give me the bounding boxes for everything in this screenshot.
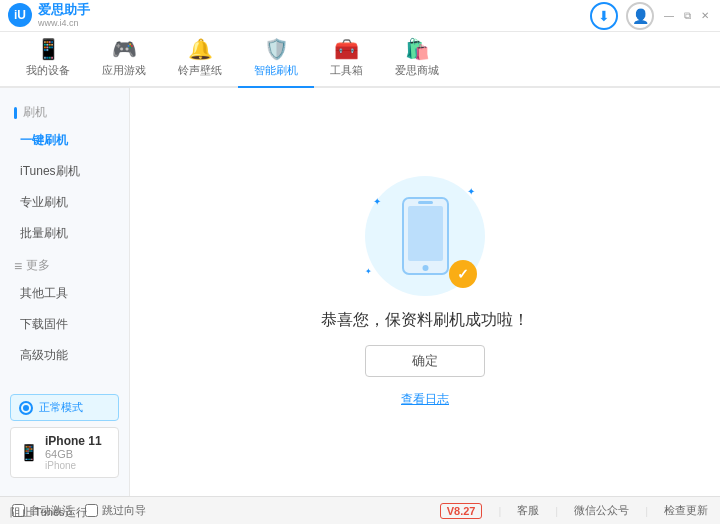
sidebar-item-one-click-flash[interactable]: 一键刷机 [0,125,129,156]
user-button[interactable]: 👤 [626,2,654,30]
sparkle-2: ✦ [373,196,381,207]
nav-item-ishop[interactable]: 🛍️ 爱思商城 [379,31,455,88]
smart-flash-icon: 🛡️ [264,37,289,61]
confirm-button[interactable]: 确定 [365,345,485,377]
maximize-button[interactable]: ⧉ [680,9,694,23]
app-name: 爱思助手 [38,2,90,18]
status-left: 自动激活 跳过向导 阻止iTunes运行 [12,503,146,518]
smart-flash-label: 智能刷机 [254,63,298,78]
stop-itunes-label: 阻止iTunes运行 [10,505,87,520]
ringtones-label: 铃声壁纸 [178,63,222,78]
nav-item-smart-flash[interactable]: 🛡️ 智能刷机 [238,31,314,88]
app-logo-icon: iU [8,3,32,27]
version-badge: V8.27 [440,503,483,519]
content-area: ✓ ✦ ✦ ✦ 恭喜您，保资料刷机成功啦！ 确定 查看日志 [130,88,720,496]
toolbox-icon: 🧰 [334,37,359,61]
ishop-icon: 🛍️ [405,37,430,61]
device-mode-label: 正常模式 [39,400,83,415]
nav-bar: 📱 我的设备 🎮 应用游戏 🔔 铃声壁纸 🛡️ 智能刷机 🧰 工具箱 🛍️ 爱思… [0,32,720,88]
status-right: V8.27 | 客服 | 微信公众号 | 检查更新 [440,503,708,519]
success-graphic: ✓ ✦ ✦ ✦ [365,176,485,296]
customer-service-link[interactable]: 客服 [517,503,539,518]
sparkle-1: ✦ [467,186,475,197]
status-bar: 自动激活 跳过向导 阻止iTunes运行 V8.27 | 客服 | 微信公众号 … [0,496,720,524]
nav-item-apps-games[interactable]: 🎮 应用游戏 [86,31,162,88]
window-controls: — ⧉ ✕ [662,9,712,23]
sidebar: 刷机 一键刷机 iTunes刷机 专业刷机 批量刷机 更多 其他工具 下载固件 … [0,88,130,496]
bypass-guide-input[interactable] [85,504,98,517]
toolbox-label: 工具箱 [330,63,363,78]
download-button[interactable]: ⬇ [590,2,618,30]
sidebar-item-itunes-flash[interactable]: iTunes刷机 [0,156,129,187]
device-storage: 64GB [45,448,102,460]
nav-item-ringtones[interactable]: 🔔 铃声壁纸 [162,31,238,88]
device-phone-icon: 📱 [19,443,39,462]
sidebar-item-pro-flash[interactable]: 专业刷机 [0,187,129,218]
bypass-guide-checkbox[interactable]: 跳过向导 [85,503,146,518]
apps-games-icon: 🎮 [112,37,137,61]
success-check-icon: ✓ [449,260,477,288]
stop-itunes: 阻止iTunes运行 [10,505,87,520]
title-bar-right: ⬇ 👤 — ⧉ ✕ [590,2,712,30]
app-website: www.i4.cn [38,18,90,29]
nav-item-toolbox[interactable]: 🧰 工具箱 [314,31,379,88]
wechat-link[interactable]: 微信公众号 [574,503,629,518]
sidebar-top: 刷机 一键刷机 iTunes刷机 专业刷机 批量刷机 更多 其他工具 下载固件 … [0,98,129,371]
divider-2: | [555,505,558,517]
my-device-label: 我的设备 [26,63,70,78]
svg-point-3 [422,265,428,271]
ishop-label: 爱思商城 [395,63,439,78]
device-details: iPhone 11 64GB iPhone [45,434,102,471]
main-layout: 刷机 一键刷机 iTunes刷机 专业刷机 批量刷机 更多 其他工具 下载固件 … [0,88,720,496]
title-bar: iU 爱思助手 www.i4.cn ⬇ 👤 — ⧉ ✕ [0,0,720,32]
divider-3: | [645,505,648,517]
sparkle-3: ✦ [365,267,372,276]
sidebar-item-batch-flash[interactable]: 批量刷机 [0,218,129,249]
log-link[interactable]: 查看日志 [401,391,449,408]
divider-1: | [498,505,501,517]
device-mode[interactable]: 正常模式 [10,394,119,421]
sidebar-item-advanced[interactable]: 高级功能 [0,340,129,371]
sidebar-item-other-tools[interactable]: 其他工具 [0,278,129,309]
my-device-icon: 📱 [36,37,61,61]
sidebar-item-download-firmware[interactable]: 下载固件 [0,309,129,340]
svg-rect-2 [418,201,433,204]
success-title: 恭喜您，保资料刷机成功啦！ [321,310,529,331]
nav-item-my-device[interactable]: 📱 我的设备 [10,31,86,88]
ringtones-icon: 🔔 [188,37,213,61]
device-name: iPhone 11 [45,434,102,448]
svg-rect-1 [408,206,443,261]
logo-text: 爱思助手 www.i4.cn [38,2,90,28]
device-mode-icon [19,401,33,415]
apps-games-label: 应用游戏 [102,63,146,78]
sidebar-bottom: 正常模式 📱 iPhone 11 64GB iPhone [0,388,129,486]
device-info: 📱 iPhone 11 64GB iPhone [10,427,119,478]
minimize-button[interactable]: — [662,9,676,23]
check-update-link[interactable]: 检查更新 [664,503,708,518]
logo-area: iU 爱思助手 www.i4.cn [8,2,90,28]
success-panel: ✓ ✦ ✦ ✦ 恭喜您，保资料刷机成功啦！ 确定 查看日志 [321,176,529,408]
close-button[interactable]: ✕ [698,9,712,23]
phone-svg [398,196,453,276]
device-type: iPhone [45,460,102,471]
bypass-guide-label: 跳过向导 [102,503,146,518]
sidebar-section-more: 更多 [0,249,129,278]
sidebar-section-flash: 刷机 [0,98,129,125]
